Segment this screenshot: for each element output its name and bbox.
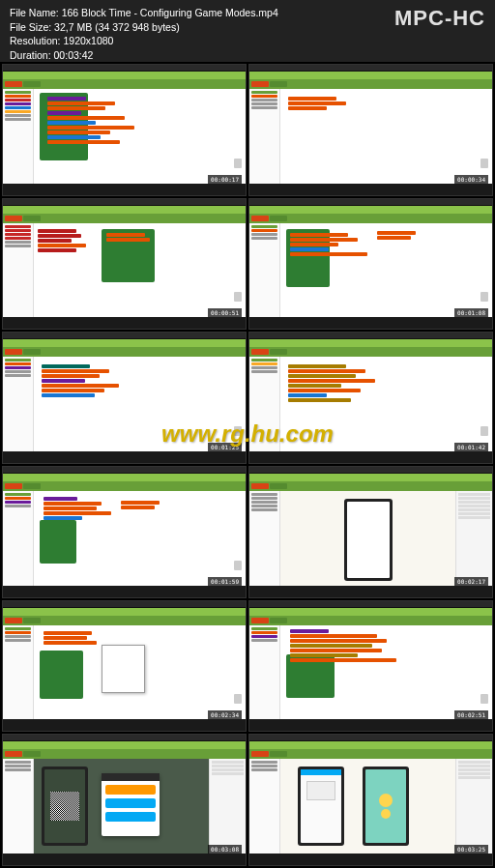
thumbnail-grid: 00:00:17 00:00:34 (0, 62, 495, 868)
thumbnail[interactable]: 00:02:17 (248, 466, 493, 598)
blocks-palette[interactable] (3, 625, 34, 720)
phone-preview (344, 499, 393, 581)
trash-icon[interactable] (234, 159, 242, 168)
thumbnail[interactable]: 00:01:42 (248, 332, 493, 464)
trash-icon[interactable] (480, 292, 488, 302)
blocks-palette[interactable] (3, 357, 34, 451)
blocks-workspace[interactable] (280, 625, 492, 720)
qr-code (50, 792, 79, 821)
blocks-workspace[interactable] (280, 89, 492, 184)
thumbnail[interactable]: 00:00:34 (248, 64, 493, 196)
thumbnail[interactable]: 00:01:59 (2, 466, 247, 598)
thumbnail-timestamp: 00:02:34 (208, 710, 242, 719)
thumbnail[interactable]: 00:00:17 (2, 64, 247, 196)
trash-icon[interactable] (234, 561, 242, 570)
blocks-workspace[interactable] (34, 357, 246, 451)
trash-icon[interactable] (234, 694, 242, 704)
filesize-label: File Size: (10, 21, 51, 33)
thumbnail[interactable]: 00:00:51 (2, 198, 247, 331)
thumbnail[interactable]: 00:01:25 (2, 332, 247, 464)
thumbnail-timestamp: 00:00:51 (208, 308, 242, 317)
thumbnail-timestamp: 00:01:08 (454, 308, 488, 317)
designer-viewer[interactable] (280, 759, 455, 854)
os-taskbar (3, 184, 246, 195)
thumbnail-timestamp: 00:03:25 (454, 845, 488, 854)
blocks-workspace[interactable] (280, 223, 492, 318)
blocks-palette[interactable] (249, 357, 280, 451)
duration-value: 00:03:42 (54, 49, 94, 61)
trash-icon[interactable] (234, 292, 242, 302)
blocks-workspace[interactable] (34, 491, 246, 586)
blocks-workspace[interactable] (34, 625, 246, 720)
properties-panel[interactable] (455, 759, 492, 854)
blocks-workspace[interactable] (34, 223, 246, 318)
properties-panel[interactable] (455, 491, 492, 586)
thumbnail-timestamp: 00:02:17 (454, 577, 488, 586)
thumbnail-timestamp: 00:00:17 (208, 175, 242, 184)
filesize-value: 32,7 MB (34 372 948 bytes) (54, 21, 180, 33)
resolution-value: 1920x1080 (63, 35, 113, 46)
app-toolbar (3, 79, 246, 89)
resolution-label: Resolution: (10, 35, 61, 46)
thumbnail-timestamp: 00:02:51 (454, 710, 488, 719)
component-palette[interactable] (249, 759, 280, 854)
thumbnail[interactable]: 00:02:34 (2, 600, 247, 733)
thumbnail-timestamp: 00:00:34 (454, 175, 488, 184)
thumbnail[interactable]: 00:03:25 (248, 734, 493, 866)
dialog-box[interactable] (102, 773, 160, 836)
thumbnail-timestamp: 00:01:25 (208, 443, 242, 451)
trash-icon[interactable] (480, 426, 488, 436)
window-titlebar (3, 65, 246, 72)
thumbnail-timestamp: 00:03:08 (208, 845, 242, 854)
blocks-palette[interactable] (249, 89, 280, 184)
thumbnail[interactable]: 00:03:08 (2, 734, 247, 866)
thumbnail-timestamp: 00:01:42 (454, 443, 488, 451)
component-palette[interactable] (249, 491, 280, 586)
blocks-palette[interactable] (3, 491, 34, 586)
smiley-icon (381, 809, 391, 819)
component-palette[interactable] (3, 759, 34, 854)
blocks-palette[interactable] (3, 223, 34, 318)
blocks-palette[interactable] (249, 625, 280, 720)
blocks-workspace[interactable] (34, 89, 246, 184)
toolbar-button[interactable] (23, 81, 41, 87)
trash-icon[interactable] (480, 159, 488, 168)
context-menu[interactable] (102, 645, 145, 693)
designer-viewer[interactable] (280, 491, 455, 586)
filename-value: 166 Block Time - Configuring Game Modes.… (62, 7, 278, 18)
phone-preview-running (363, 767, 409, 846)
designer-viewer[interactable] (34, 759, 209, 854)
duration-label: Duration: (10, 49, 51, 61)
phone-preview (42, 767, 88, 846)
smiley-icon (379, 794, 393, 807)
app-header-bar (3, 72, 246, 79)
phone-preview (298, 767, 344, 846)
properties-panel[interactable] (209, 759, 246, 854)
blocks-workspace[interactable] (280, 357, 492, 451)
trash-icon[interactable] (234, 426, 242, 436)
toolbar-button[interactable] (5, 81, 22, 87)
thumbnail[interactable]: 00:01:08 (248, 198, 493, 331)
filename-label: File Name: (10, 7, 59, 18)
trash-icon[interactable] (480, 694, 488, 704)
blocks-palette[interactable] (249, 223, 280, 318)
thumbnail-timestamp: 00:01:59 (208, 577, 242, 586)
player-app-name: MPC-HC (394, 6, 485, 31)
blocks-palette[interactable] (3, 89, 34, 184)
video-metadata-header: File Name: 166 Block Time - Configuring … (0, 0, 495, 62)
thumbnail[interactable]: 00:02:51 (248, 600, 493, 733)
